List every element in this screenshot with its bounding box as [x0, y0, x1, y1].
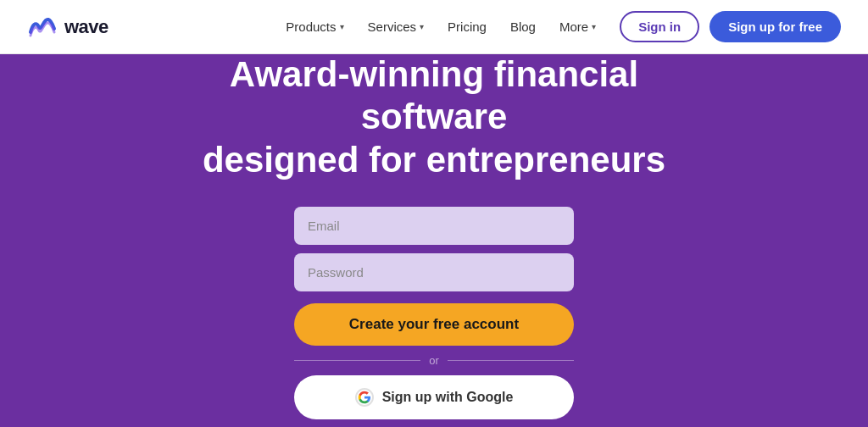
email-field[interactable] — [294, 207, 574, 245]
divider-line-left — [294, 360, 420, 361]
google-signup-button[interactable]: Sign up with Google — [294, 375, 574, 419]
hero-section: Award-winning financial software designe… — [0, 54, 868, 427]
nav-links: Products ▾ Services ▾ Pricing Blog More … — [286, 19, 596, 34]
chevron-down-icon: ▾ — [420, 22, 424, 31]
signin-button[interactable]: Sign in — [620, 11, 699, 42]
signup-form: Create your free account or Sign up with… — [294, 207, 574, 419]
nav-link-services[interactable]: Services ▾ — [368, 19, 425, 34]
logo-text: wave — [64, 16, 108, 38]
google-signup-label: Sign up with Google — [382, 390, 514, 405]
divider-line-right — [448, 360, 574, 361]
create-account-button[interactable]: Create your free account — [294, 303, 574, 346]
navbar: wave Products ▾ Services ▾ Pricing Blog — [0, 0, 868, 54]
password-field[interactable] — [294, 253, 574, 291]
nav-link-pricing[interactable]: Pricing — [448, 19, 487, 34]
chevron-down-icon: ▾ — [592, 22, 596, 31]
nav-link-blog[interactable]: Blog — [510, 19, 536, 34]
nav-item-more[interactable]: More ▾ — [559, 19, 596, 34]
divider-text: or — [429, 354, 439, 367]
nav-item-blog[interactable]: Blog — [510, 19, 536, 34]
nav-link-more[interactable]: More ▾ — [559, 19, 596, 34]
nav-item-pricing[interactable]: Pricing — [448, 19, 487, 34]
signup-nav-button[interactable]: Sign up for free — [709, 11, 841, 42]
chevron-down-icon: ▾ — [340, 22, 344, 31]
nav-actions: Sign in Sign up for free — [620, 11, 841, 42]
nav-item-services[interactable]: Services ▾ — [368, 19, 425, 34]
logo[interactable]: wave — [27, 12, 108, 42]
wave-logo-icon — [27, 12, 58, 42]
google-icon — [355, 388, 374, 407]
nav-item-products[interactable]: Products ▾ — [286, 19, 343, 34]
hero-title: Award-winning financial software designe… — [171, 53, 697, 181]
divider: or — [294, 354, 574, 367]
nav-link-products[interactable]: Products ▾ — [286, 19, 343, 34]
